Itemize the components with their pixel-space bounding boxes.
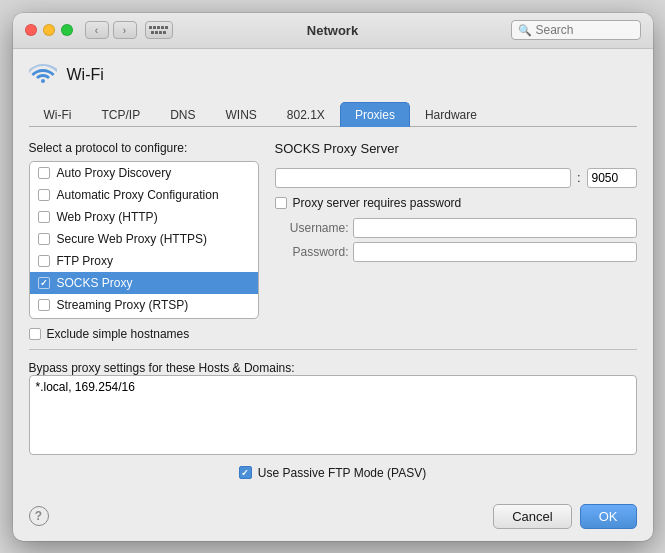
port-input[interactable] — [587, 168, 637, 188]
exclude-checkbox[interactable] — [29, 328, 41, 340]
main-panel: Select a protocol to configure: Auto Pro… — [29, 141, 637, 341]
auto-proxy-label: Auto Proxy Discovery — [57, 166, 172, 180]
network-window: ‹ › Network 🔍 Wi-Fi — [13, 13, 653, 541]
auto-proxy-config-label: Automatic Proxy Configuration — [57, 188, 219, 202]
content-area: Wi-Fi Wi-Fi TCP/IP DNS WINS 802.1X Proxi… — [13, 49, 653, 496]
wifi-header: Wi-Fi — [29, 61, 637, 89]
protocol-list-label: Select a protocol to configure: — [29, 141, 259, 155]
password-row: Proxy server requires password — [275, 196, 637, 210]
username-label: Username: — [279, 221, 349, 235]
search-box[interactable]: 🔍 — [511, 20, 641, 40]
ftp-proxy-label: FTP Proxy — [57, 254, 113, 268]
title-bar: ‹ › Network 🔍 — [13, 13, 653, 49]
web-proxy-label: Web Proxy (HTTP) — [57, 210, 158, 224]
streaming-proxy-checkbox[interactable] — [38, 299, 50, 311]
back-button[interactable]: ‹ — [85, 21, 109, 39]
exclude-label: Exclude simple hostnames — [47, 327, 190, 341]
tabs-bar: Wi-Fi TCP/IP DNS WINS 802.1X Proxies Har… — [29, 101, 637, 127]
ftp-proxy-checkbox[interactable] — [38, 255, 50, 267]
right-panel: SOCKS Proxy Server : Proxy server requir… — [275, 141, 637, 341]
proxy-host-input[interactable] — [275, 168, 571, 188]
search-input[interactable] — [536, 23, 634, 37]
bypass-textarea[interactable]: *.local, 169.254/16 — [29, 375, 637, 455]
proxy-server-row: : — [275, 168, 637, 188]
auto-proxy-checkbox[interactable] — [38, 167, 50, 179]
protocol-streaming-proxy[interactable]: Streaming Proxy (RTSP) — [30, 294, 258, 316]
protocol-auto-proxy-config[interactable]: Automatic Proxy Configuration — [30, 184, 258, 206]
protocol-ftp-proxy[interactable]: FTP Proxy — [30, 250, 258, 272]
maximize-button[interactable] — [61, 24, 73, 36]
tab-proxies[interactable]: Proxies — [340, 102, 410, 127]
username-row: Username: — [279, 218, 637, 238]
protocol-socks-proxy[interactable]: SOCKS Proxy — [30, 272, 258, 294]
pasv-checkbox[interactable] — [239, 466, 252, 479]
wifi-label: Wi-Fi — [67, 66, 104, 84]
tab-wifi[interactable]: Wi-Fi — [29, 102, 87, 127]
requires-password-label: Proxy server requires password — [293, 196, 462, 210]
ok-button[interactable]: OK — [580, 504, 637, 529]
socks-proxy-label: SOCKS Proxy — [57, 276, 133, 290]
exclude-row: Exclude simple hostnames — [29, 327, 259, 341]
password-field-row: Password: — [279, 242, 637, 262]
auto-proxy-config-checkbox[interactable] — [38, 189, 50, 201]
protocol-web-proxy[interactable]: Web Proxy (HTTP) — [30, 206, 258, 228]
pasv-row: Use Passive FTP Mode (PASV) — [29, 466, 637, 480]
footer: ? Cancel OK — [13, 496, 653, 541]
cancel-button[interactable]: Cancel — [493, 504, 571, 529]
close-button[interactable] — [25, 24, 37, 36]
footer-buttons: Cancel OK — [493, 504, 636, 529]
tab-tcpip[interactable]: TCP/IP — [86, 102, 155, 127]
window-title: Network — [307, 23, 358, 38]
tab-wins[interactable]: WINS — [211, 102, 272, 127]
credentials-section: Username: Password: — [275, 218, 637, 262]
tab-8021x[interactable]: 802.1X — [272, 102, 340, 127]
protocol-list: Auto Proxy Discovery Automatic Proxy Con… — [29, 161, 259, 319]
minimize-button[interactable] — [43, 24, 55, 36]
protocol-gopher-proxy[interactable]: Gopher Proxy — [30, 316, 258, 319]
protocol-auto-proxy[interactable]: Auto Proxy Discovery — [30, 162, 258, 184]
socks-section-label: SOCKS Proxy Server — [275, 141, 637, 156]
nav-buttons: ‹ › — [85, 21, 137, 39]
tab-hardware[interactable]: Hardware — [410, 102, 492, 127]
pasv-label: Use Passive FTP Mode (PASV) — [258, 466, 426, 480]
traffic-lights — [25, 24, 73, 36]
password-field-label: Password: — [279, 245, 349, 259]
requires-password-checkbox[interactable] — [275, 197, 287, 209]
secure-web-proxy-label: Secure Web Proxy (HTTPS) — [57, 232, 207, 246]
streaming-proxy-label: Streaming Proxy (RTSP) — [57, 298, 189, 312]
secure-web-proxy-checkbox[interactable] — [38, 233, 50, 245]
username-input[interactable] — [353, 218, 637, 238]
port-separator: : — [577, 170, 581, 185]
bottom-section: Bypass proxy settings for these Hosts & … — [29, 349, 637, 480]
search-icon: 🔍 — [518, 24, 532, 37]
forward-button[interactable]: › — [113, 21, 137, 39]
help-button[interactable]: ? — [29, 506, 49, 526]
socks-proxy-checkbox[interactable] — [38, 277, 50, 289]
password-input[interactable] — [353, 242, 637, 262]
protocol-secure-web-proxy[interactable]: Secure Web Proxy (HTTPS) — [30, 228, 258, 250]
grid-button[interactable] — [145, 21, 173, 39]
bypass-label: Bypass proxy settings for these Hosts & … — [29, 361, 295, 375]
wifi-icon — [29, 61, 57, 89]
web-proxy-checkbox[interactable] — [38, 211, 50, 223]
left-panel: Select a protocol to configure: Auto Pro… — [29, 141, 259, 341]
tab-dns[interactable]: DNS — [155, 102, 210, 127]
